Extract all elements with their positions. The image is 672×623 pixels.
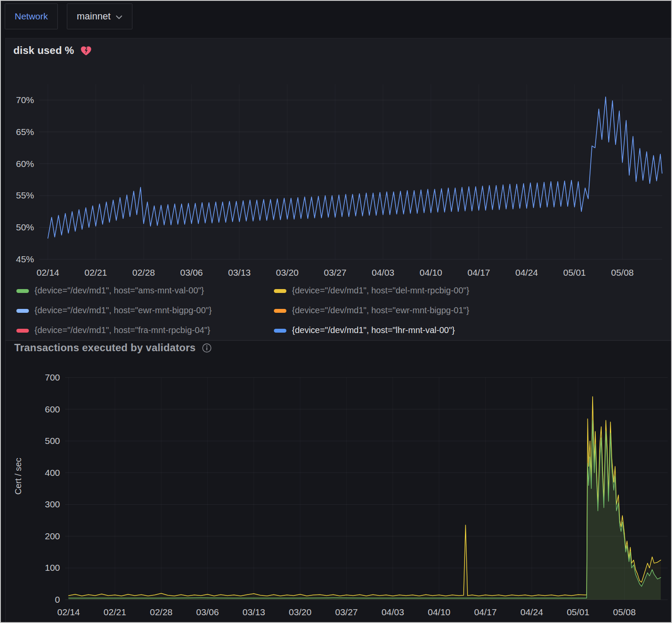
- x-tick-label: 03/20: [276, 267, 299, 277]
- transactions-panel: Transactions executed by validators Cert…: [5, 340, 672, 623]
- legend-item[interactable]: {device="/dev/md1", host="del-mnt-rpcbig…: [274, 286, 469, 296]
- network-variable-value[interactable]: mainnet: [77, 11, 110, 22]
- legend-color-swatch: [274, 329, 286, 333]
- legend-label: {device="/dev/md1", host="del-mnt-rpcbig…: [292, 286, 469, 296]
- transactions-chart: 010020030040050060070002/1402/2102/2803/…: [6, 341, 672, 623]
- legend-label: {device="/dev/md1", host="ams-mnt-val-00…: [35, 286, 204, 296]
- y-tick-label: 500: [45, 436, 60, 446]
- y-tick-label: 65%: [16, 127, 34, 137]
- legend-label: {device="/dev/md1", host="ewr-mnt-bigpg-…: [35, 305, 212, 315]
- x-tick-label: 03/06: [196, 607, 219, 617]
- y-tick-label: 50%: [16, 222, 34, 232]
- y-tick-label: 55%: [16, 190, 34, 200]
- y-tick-label: 300: [45, 499, 60, 509]
- x-tick-label: 03/13: [242, 607, 265, 617]
- legend-color-swatch: [274, 309, 286, 313]
- x-tick-label: 03/13: [228, 267, 251, 277]
- x-tick-label: 02/14: [57, 607, 80, 617]
- legend-item[interactable]: {device="/dev/md1", host="lhr-mnt-val-00…: [274, 325, 455, 335]
- disk-chart-plot-area[interactable]: [39, 84, 662, 259]
- x-tick-label: 04/03: [381, 607, 404, 617]
- y-tick-label: 600: [45, 404, 60, 414]
- x-tick-label: 02/21: [85, 267, 107, 277]
- y-tick-label: 0: [55, 595, 60, 604]
- legend-color-swatch: [274, 289, 286, 293]
- chevron-down-icon: [116, 15, 122, 19]
- x-tick-label: 03/20: [289, 607, 312, 617]
- y-tick-label: 700: [45, 372, 60, 382]
- y-tick-label: 200: [45, 531, 60, 541]
- y-tick-label: 70%: [16, 95, 34, 105]
- x-tick-label: 03/27: [335, 607, 358, 617]
- legend-label: {device="/dev/md1", host="fra-mnt-rpcbig…: [35, 325, 210, 335]
- x-tick-label: 05/01: [563, 267, 586, 277]
- x-tick-label: 04/17: [474, 607, 497, 617]
- x-tick-label: 03/06: [180, 267, 203, 277]
- legend-item[interactable]: {device="/dev/md1", host="ewr-mnt-bigpg-…: [274, 305, 469, 315]
- y-tick-label: 60%: [16, 159, 34, 169]
- x-tick-label: 05/01: [567, 607, 590, 617]
- x-tick-label: 04/10: [420, 267, 443, 277]
- legend-label: {device="/dev/md1", host="ewr-mnt-bigpg-…: [292, 305, 469, 315]
- y-tick-label: 400: [45, 468, 60, 478]
- legend-item[interactable]: {device="/dev/md1", host="ewr-mnt-bigpg-…: [16, 305, 212, 315]
- legend-color-swatch: [16, 309, 29, 313]
- tx-chart-plot-area[interactable]: [65, 378, 668, 600]
- legend-item[interactable]: {device="/dev/md1", host="fra-mnt-rpcbig…: [16, 325, 210, 335]
- y-tick-label: 45%: [16, 254, 34, 264]
- y-tick-label: 100: [45, 563, 60, 573]
- network-variable-label-box: Network: [5, 3, 58, 29]
- x-tick-label: 04/24: [515, 267, 538, 277]
- dashboard-toolbar: Network mainnet: [1, 1, 671, 37]
- legend-label: {device="/dev/md1", host="lhr-mnt-val-00…: [292, 325, 455, 335]
- grafana-dashboard: Network mainnet disk used % 45%50%55%60%…: [0, 0, 672, 623]
- x-tick-label: 04/03: [372, 267, 395, 277]
- legend-item[interactable]: {device="/dev/md1", host="ams-mnt-val-00…: [16, 286, 204, 296]
- x-tick-label: 03/27: [324, 267, 347, 277]
- x-tick-label: 04/24: [521, 607, 543, 617]
- x-tick-label: 04/17: [468, 267, 490, 277]
- x-tick-label: 04/10: [428, 607, 451, 617]
- network-variable-dropdown[interactable]: mainnet: [67, 3, 132, 29]
- network-variable-label: Network: [15, 11, 48, 22]
- x-tick-label: 05/08: [611, 267, 634, 277]
- x-tick-label: 02/28: [150, 607, 173, 617]
- x-tick-label: 02/21: [104, 607, 126, 617]
- x-tick-label: 02/28: [132, 267, 155, 277]
- disk-used-panel: disk used % 45%50%55%60%65%70%02/1402/21…: [5, 38, 672, 340]
- legend-color-swatch: [16, 329, 29, 333]
- legend-color-swatch: [16, 289, 29, 293]
- x-tick-label: 05/08: [613, 607, 636, 617]
- x-tick-label: 02/14: [37, 267, 60, 277]
